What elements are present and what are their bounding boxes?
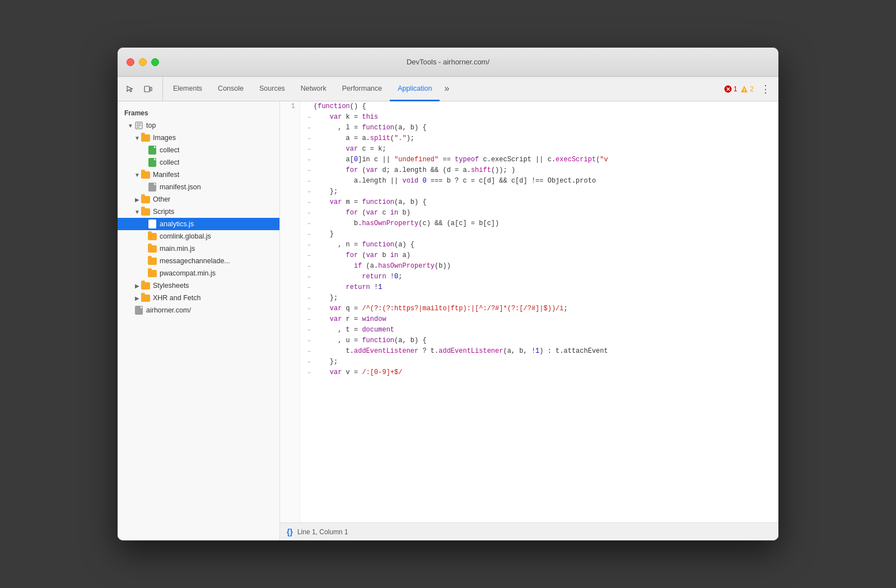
more-options-icon[interactable]: ⋮ bbox=[757, 83, 774, 95]
code-line: – b.hasOwnProperty(c) && (a[c] = b[c]) bbox=[305, 218, 774, 229]
chevron-down-icon: ▼ bbox=[133, 209, 141, 215]
code-line: – , t = document bbox=[305, 325, 774, 335]
tab-application[interactable]: Application bbox=[390, 77, 440, 101]
sidebar-item-main[interactable]: main.min.js bbox=[118, 242, 279, 255]
images-label: Images bbox=[153, 134, 176, 142]
code-line: – var v = /:[0-9]+$/ bbox=[305, 367, 774, 378]
code-line: – return !1 bbox=[305, 282, 774, 293]
sidebar-item-collect1[interactable]: collect bbox=[118, 144, 279, 156]
format-icon: {} bbox=[287, 528, 293, 536]
sidebar: Frames ▼ top ▼ Images collect bbox=[118, 101, 280, 540]
sidebar-item-scripts[interactable]: ▼ Scripts bbox=[118, 206, 279, 218]
window-controls bbox=[127, 58, 159, 66]
close-button[interactable] bbox=[127, 58, 134, 66]
code-line: – return !0; bbox=[305, 272, 774, 282]
sidebar-item-comlink[interactable]: comlink.global.js bbox=[118, 230, 279, 242]
code-line: – a = a.split("."); bbox=[305, 133, 774, 144]
code-line: – a[0]in c || "undefined" == typeof c.ex… bbox=[305, 155, 774, 165]
warning-badge[interactable]: ! 2 bbox=[740, 85, 754, 93]
yellow-file-icon bbox=[148, 269, 157, 278]
code-line: – var c = k; bbox=[305, 144, 774, 155]
sidebar-item-images[interactable]: ▼ Images bbox=[118, 132, 279, 144]
folder-icon bbox=[141, 293, 150, 302]
code-line: – t.addEventListener ? t.addEventListene… bbox=[305, 346, 774, 357]
svg-text:✕: ✕ bbox=[726, 86, 730, 92]
sidebar-item-collect2[interactable]: collect bbox=[118, 156, 279, 169]
sidebar-item-stylesheets[interactable]: ▶ Stylesheets bbox=[118, 279, 279, 292]
folder-icon bbox=[141, 170, 150, 179]
sidebar-item-xhr[interactable]: ▶ XHR and Fetch bbox=[118, 292, 279, 304]
line-numbers: 1 bbox=[280, 101, 300, 522]
sidebar-item-manifest-json[interactable]: manifest.json bbox=[118, 181, 279, 193]
top-label: top bbox=[146, 122, 156, 129]
code-line: – if (a.hasOwnProperty(b)) bbox=[305, 261, 774, 272]
code-line: (function() { bbox=[305, 101, 774, 112]
folder-icon bbox=[141, 207, 150, 216]
toolbar-right: ✕ 1 ! 2 ⋮ bbox=[724, 77, 774, 101]
code-line: – , u = function(a, b) { bbox=[305, 335, 774, 346]
sidebar-item-pwacompat[interactable]: pwacompat.min.js bbox=[118, 267, 279, 279]
code-line: – }; bbox=[305, 186, 774, 197]
folder-icon bbox=[141, 133, 150, 142]
sidebar-item-airhorner[interactable]: airhorner.com/ bbox=[118, 304, 279, 316]
cursor-position: Line 1, Column 1 bbox=[297, 528, 348, 536]
toolbar-icons bbox=[122, 77, 163, 101]
code-line: – var m = function(a, b) { bbox=[305, 197, 774, 208]
device-icon[interactable] bbox=[140, 81, 156, 97]
window-title: DevTools - airhorner.com/ bbox=[407, 58, 489, 66]
code-line: – var k = this bbox=[305, 112, 774, 123]
code-line: – a.length || void 0 === b ? c = c[d] &&… bbox=[305, 176, 774, 186]
yellow-file-icon bbox=[148, 256, 157, 265]
gray-file-icon bbox=[134, 306, 143, 315]
green-file-icon bbox=[148, 158, 157, 167]
gray-file-icon bbox=[148, 183, 157, 192]
tab-more[interactable]: » bbox=[440, 77, 454, 101]
sidebar-item-top[interactable]: ▼ top bbox=[118, 119, 279, 132]
code-line: – , n = function(a) { bbox=[305, 240, 774, 250]
chevron-right-icon: ▶ bbox=[133, 283, 141, 289]
inspect-icon[interactable] bbox=[122, 81, 138, 97]
code-line: – for (var c in b) bbox=[305, 208, 774, 218]
tab-performance[interactable]: Performance bbox=[334, 77, 390, 101]
chevron-down-icon: ▼ bbox=[133, 172, 141, 178]
maximize-button[interactable] bbox=[151, 58, 159, 66]
page-icon bbox=[134, 121, 143, 130]
svg-text:!: ! bbox=[744, 87, 745, 92]
toolbar: Elements Console Sources Network Perform… bbox=[118, 77, 778, 101]
code-line: – }; bbox=[305, 357, 774, 367]
error-badge[interactable]: ✕ 1 bbox=[724, 85, 738, 93]
titlebar: DevTools - airhorner.com/ bbox=[118, 48, 778, 77]
code-line: – var r = window bbox=[305, 314, 774, 325]
code-line: – } bbox=[305, 229, 774, 240]
tab-sources[interactable]: Sources bbox=[251, 77, 293, 101]
code-line: – for (var d; a.length && (d = a.shift()… bbox=[305, 165, 774, 176]
folder-icon bbox=[141, 195, 150, 204]
code-line: – , l = function(a, b) { bbox=[305, 123, 774, 133]
sidebar-item-manifest[interactable]: ▼ Manifest bbox=[118, 169, 279, 181]
sidebar-item-messagechannel[interactable]: messagechannelade... bbox=[118, 255, 279, 267]
folder-icon bbox=[141, 281, 150, 290]
minimize-button[interactable] bbox=[139, 58, 147, 66]
green-file-icon bbox=[148, 146, 157, 155]
yellow-file-icon bbox=[148, 232, 157, 241]
code-editor[interactable]: 1 (function() { – var k = this bbox=[280, 101, 778, 522]
status-bar: {} Line 1, Column 1 bbox=[280, 522, 778, 540]
tab-console[interactable]: Console bbox=[210, 77, 251, 101]
sidebar-item-analytics[interactable]: analytics.js bbox=[118, 218, 279, 230]
green-file-icon bbox=[148, 220, 157, 228]
code-area: 1 (function() { – var k = this bbox=[280, 101, 778, 540]
code-line: – for (var b in a) bbox=[305, 250, 774, 261]
code-line: – var q = /^(?:(?:https?|mailto|ftp):|[^… bbox=[305, 304, 774, 314]
chevron-right-icon: ▶ bbox=[133, 295, 141, 301]
sidebar-item-other[interactable]: ▶ Other bbox=[118, 193, 279, 206]
tab-network[interactable]: Network bbox=[293, 77, 334, 101]
code-line: – }; bbox=[305, 293, 774, 304]
svg-rect-1 bbox=[150, 87, 152, 91]
main-content: Frames ▼ top ▼ Images collect bbox=[118, 101, 778, 540]
frames-label: Frames bbox=[118, 106, 279, 119]
tab-elements[interactable]: Elements bbox=[165, 77, 210, 101]
devtools-window: DevTools - airhorner.com/ Elements Conso… bbox=[118, 48, 778, 540]
chevron-right-icon: ▶ bbox=[133, 197, 141, 203]
chevron-down-icon: ▼ bbox=[127, 123, 134, 129]
yellow-file-icon bbox=[148, 244, 157, 253]
